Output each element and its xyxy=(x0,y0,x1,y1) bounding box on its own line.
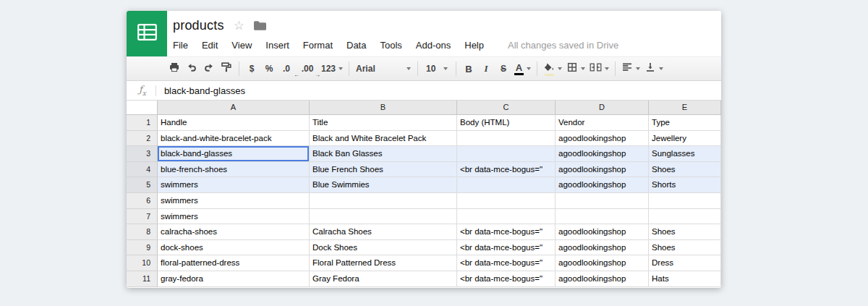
cell-D8[interactable]: agoodlookingshop xyxy=(556,224,649,240)
cell-D7[interactable] xyxy=(556,209,649,225)
text-color-button[interactable]: A xyxy=(512,60,533,77)
cell-B11[interactable]: Gray Fedora xyxy=(310,271,457,287)
cell-B9[interactable]: Dock Shoes xyxy=(310,240,457,256)
cell-D4[interactable]: agoodlookingshop xyxy=(556,162,649,178)
cell-B7[interactable] xyxy=(310,209,457,225)
font-size-select[interactable]: 10 xyxy=(422,60,452,77)
row-header-1[interactable]: 1 xyxy=(127,115,158,131)
cell-B1[interactable]: Title xyxy=(310,115,457,131)
cell-B8[interactable]: Calracha Shoes xyxy=(310,224,457,240)
italic-button[interactable]: I xyxy=(477,60,495,77)
cell-C5[interactable] xyxy=(457,177,556,193)
cell-B10[interactable]: Floral Patterned Dress xyxy=(310,255,457,271)
bold-button[interactable]: B xyxy=(460,60,477,77)
cell-C7[interactable] xyxy=(457,209,556,225)
cell-C6[interactable] xyxy=(457,193,556,209)
cell-C9[interactable]: <br data-mce-bogus=" xyxy=(457,240,556,256)
fill-color-button[interactable] xyxy=(541,60,564,77)
menu-item-view[interactable]: View xyxy=(231,40,252,51)
formula-input[interactable]: black-band-glasses xyxy=(164,85,245,96)
cell-A7[interactable]: swimmers xyxy=(158,209,310,225)
cell-B6[interactable] xyxy=(310,193,457,209)
cell-C10[interactable]: <br data-mce-bogus=" xyxy=(457,255,556,271)
cell-D9[interactable]: agoodlookingshop xyxy=(556,240,649,256)
cell-E5[interactable]: Shorts xyxy=(649,177,721,193)
format-currency-button[interactable]: $ xyxy=(243,60,260,77)
cell-C3[interactable] xyxy=(457,146,556,162)
menu-item-tools[interactable]: Tools xyxy=(380,40,401,51)
redo-button[interactable] xyxy=(200,60,218,77)
row-header-4[interactable]: 4 xyxy=(127,162,158,178)
cell-C1[interactable]: Body (HTML) xyxy=(457,115,556,131)
cell-C8[interactable]: <br data-mce-bogus=" xyxy=(457,224,556,240)
cell-E4[interactable]: Shoes xyxy=(649,162,721,178)
cell-D11[interactable]: agoodlookingshop xyxy=(556,271,649,287)
cell-E11[interactable]: Hats xyxy=(649,271,721,287)
cell-E1[interactable]: Type xyxy=(649,115,721,131)
row-header-8[interactable]: 8 xyxy=(127,224,158,240)
sheets-logo[interactable] xyxy=(127,11,167,56)
star-icon[interactable]: ☆ xyxy=(234,20,244,32)
menu-item-data[interactable]: Data xyxy=(346,40,366,51)
menu-item-insert[interactable]: Insert xyxy=(265,40,289,51)
cell-E7[interactable] xyxy=(649,209,721,225)
cell-B5[interactable]: Blue Swimmies xyxy=(310,177,457,193)
column-header-D[interactable]: D xyxy=(556,101,649,115)
horizontal-align-button[interactable] xyxy=(619,60,642,77)
cell-C2[interactable] xyxy=(457,131,556,147)
cell-E3[interactable]: Sunglasses xyxy=(649,146,721,162)
row-header-10[interactable]: 10 xyxy=(127,255,158,271)
cell-B2[interactable]: Black and White Bracelet Pack xyxy=(310,131,457,147)
format-percent-button[interactable]: % xyxy=(260,60,278,77)
cell-C11[interactable]: <br data-mce-bogus=" xyxy=(457,271,556,287)
row-header-5[interactable]: 5 xyxy=(127,177,158,193)
cell-E9[interactable]: Shoes xyxy=(649,240,721,256)
merge-cells-button[interactable] xyxy=(587,60,611,77)
cell-E6[interactable] xyxy=(649,193,721,209)
cell-B3[interactable]: Black Ban Glasses xyxy=(310,146,457,162)
row-header-2[interactable]: 2 xyxy=(127,131,158,147)
menu-item-help[interactable]: Help xyxy=(464,40,484,51)
column-header-A[interactable]: A xyxy=(158,101,310,115)
menu-item-addons[interactable]: Add-ons xyxy=(416,40,451,51)
cell-D5[interactable]: agoodlookingshop xyxy=(556,177,649,193)
borders-button[interactable] xyxy=(564,60,587,77)
menu-item-format[interactable]: Format xyxy=(303,40,333,51)
font-family-select[interactable]: Arial xyxy=(353,60,414,77)
cell-D6[interactable] xyxy=(556,193,649,209)
cell-A4[interactable]: blue-french-shoes xyxy=(158,162,310,178)
document-title[interactable]: products xyxy=(173,18,224,33)
cell-A11[interactable]: gray-fedora xyxy=(158,271,310,287)
undo-button[interactable] xyxy=(183,60,200,77)
cell-A1[interactable]: Handle xyxy=(158,115,310,131)
row-header-6[interactable]: 6 xyxy=(127,193,158,209)
cell-D2[interactable]: agoodlookingshop xyxy=(556,131,649,147)
cell-E2[interactable]: Jewellery xyxy=(649,131,721,147)
column-header-B[interactable]: B xyxy=(310,101,457,115)
row-header-9[interactable]: 9 xyxy=(127,240,158,256)
folder-icon[interactable] xyxy=(254,21,266,30)
more-formats-button[interactable]: 123 xyxy=(319,60,345,77)
column-header-E[interactable]: E xyxy=(649,101,721,115)
cell-A5[interactable]: swimmers xyxy=(158,177,310,193)
strikethrough-button[interactable]: S xyxy=(495,60,512,77)
cell-E8[interactable]: Shoes xyxy=(649,224,721,240)
cell-A6[interactable]: swimmers xyxy=(158,193,310,209)
cell-A9[interactable]: dock-shoes xyxy=(158,240,310,256)
cell-E10[interactable]: Dress xyxy=(649,255,721,271)
increase-decimal-button[interactable]: .00 → xyxy=(299,60,316,77)
cell-A2[interactable]: black-and-white-bracelet-pack xyxy=(158,131,310,147)
column-header-C[interactable]: C xyxy=(457,101,556,115)
cell-A10[interactable]: floral-patterned-dress xyxy=(158,255,310,271)
vertical-align-button[interactable] xyxy=(642,60,665,77)
menu-item-edit[interactable]: Edit xyxy=(202,40,218,51)
cell-A3[interactable]: black-band-glasses xyxy=(158,146,310,162)
cell-B4[interactable]: Blue French Shoes xyxy=(310,162,457,178)
cell-D3[interactable]: agoodlookingshop xyxy=(556,146,649,162)
paint-format-button[interactable] xyxy=(218,60,235,77)
cell-D1[interactable]: Vendor xyxy=(556,115,649,131)
decrease-decimal-button[interactable]: .0 ← xyxy=(278,60,295,77)
cell-A8[interactable]: calracha-shoes xyxy=(158,224,310,240)
cell-C4[interactable]: <br data-mce-bogus=" xyxy=(457,162,556,178)
row-header-11[interactable]: 11 xyxy=(127,271,158,287)
